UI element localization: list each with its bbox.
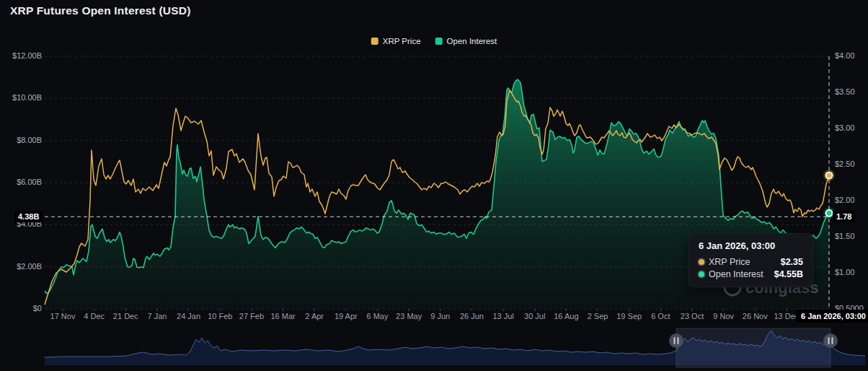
right-axis-tick-label: $3.50 <box>835 87 855 96</box>
tooltip-date: 6 Jan 2026, 03:00 <box>699 240 803 251</box>
tooltip-label: Open Interest <box>709 269 774 279</box>
navigator-selection[interactable] <box>676 328 831 367</box>
crosshair-left-value-badge: 4.38B <box>14 211 43 222</box>
tooltip-row-xrp-price: XRP Price $2.35 <box>699 257 803 267</box>
open-interest-dot-icon <box>699 271 704 277</box>
left-axis-tick-label: $8.00B <box>1 136 42 144</box>
right-axis-tick-label: $2.50 <box>835 160 855 168</box>
navigator-right-handle[interactable] <box>823 333 838 348</box>
tooltip-label: XRP Price <box>709 257 781 267</box>
crosshair-date-badge: 6 Jan 2026, 03:00 <box>796 310 868 323</box>
right-axis-tick-label: $1.00 <box>835 268 855 276</box>
right-axis-tick-label: $4.00 <box>835 51 855 60</box>
xrp-price-last-dot <box>826 173 833 179</box>
tooltip-value: $2.35 <box>781 257 803 267</box>
xrp-price-dot-icon <box>699 259 704 265</box>
navigator-left-handle[interactable] <box>669 333 683 348</box>
left-axis-tick-label: $0 <box>1 304 42 313</box>
open-interest-last-dot <box>826 210 833 217</box>
tooltip-row-open-interest: Open Interest $4.55B <box>699 269 803 279</box>
left-axis-tick-label: $12.00B <box>1 51 42 60</box>
left-axis-tick-label: $10.00B <box>1 93 42 102</box>
xrp-open-interest-chart-app: XRP Futures Open Interest (USD) XRP Pric… <box>0 0 868 371</box>
left-axis-tick-label: $2.00B <box>1 262 42 271</box>
right-axis-tick-label: $2.00 <box>835 196 855 204</box>
chart-tooltip: 6 Jan 2026, 03:00 XRP Price $2.35 Open I… <box>688 233 813 287</box>
tooltip-value: $4.55B <box>774 269 803 279</box>
right-axis-tick-label: $3.00 <box>835 123 855 132</box>
right-axis-tick-label: $1.50 <box>835 232 855 240</box>
crosshair-right-value-badge: 1.78 <box>833 211 855 222</box>
left-axis-tick-label: $6.00B <box>1 178 42 186</box>
